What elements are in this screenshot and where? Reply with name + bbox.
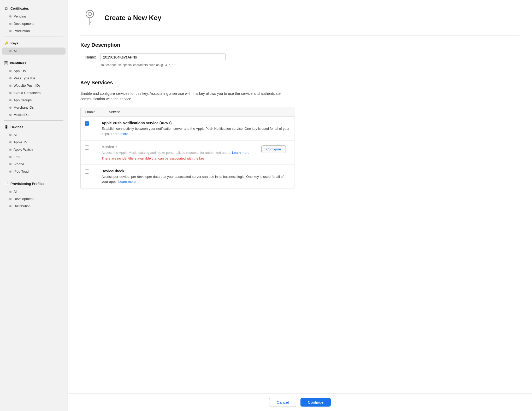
key-icon-container bbox=[80, 8, 99, 27]
sidebar-item-devices-all[interactable]: All bbox=[2, 131, 66, 138]
sidebar-section-header-keys: 🔑 Keys bbox=[0, 39, 68, 47]
page-header: Create a New Key bbox=[80, 8, 519, 27]
musickit-action-col: Configure bbox=[261, 145, 290, 153]
sidebar-item-merchant-ids[interactable]: Merchant IDs bbox=[2, 104, 66, 111]
cancel-button[interactable]: Cancel bbox=[269, 398, 297, 407]
key-description-heading: Key Description bbox=[80, 42, 519, 48]
sidebar-item-iphone[interactable]: iPhone bbox=[2, 161, 66, 168]
devicecheck-checkbox[interactable] bbox=[85, 169, 89, 174]
sidebar-item-pass-type-ids[interactable]: Pass Type IDs bbox=[2, 75, 66, 82]
name-hint: You cannot use special characters such a… bbox=[100, 63, 519, 67]
divider-2 bbox=[4, 57, 63, 57]
dot-icon bbox=[9, 23, 11, 25]
musickit-learn-more-link[interactable]: Learn more bbox=[232, 151, 249, 155]
sidebar-section-label-provisioning: Provisioning Profiles bbox=[10, 182, 44, 186]
devicecheck-learn-more-link[interactable]: Learn more bbox=[118, 180, 135, 184]
dot-icon bbox=[9, 107, 11, 109]
services-description: Enable and configure services for this k… bbox=[80, 91, 284, 102]
sidebar-item-label-pending: Pending bbox=[14, 14, 26, 18]
sidebar-item-label-provisioning-dev: Development bbox=[14, 197, 34, 201]
apns-checkbox[interactable] bbox=[85, 121, 89, 126]
sidebar-section-label-devices: Devices bbox=[10, 125, 23, 129]
sidebar-item-app-groups[interactable]: App Groups bbox=[2, 97, 66, 104]
sidebar-item-ipad[interactable]: iPad bbox=[2, 153, 66, 160]
dot-icon bbox=[9, 50, 11, 52]
musickit-name: MusicKit bbox=[102, 145, 255, 149]
sidebar-section-header-certificates: ◻ Certificates bbox=[0, 4, 68, 13]
footer-bar: Cancel Continue bbox=[68, 393, 532, 411]
devicecheck-description: Access per-device, per-developer data th… bbox=[102, 174, 290, 184]
sidebar-item-label-provisioning-all: All bbox=[14, 190, 17, 193]
sidebar-item-label-ipad: iPad bbox=[14, 155, 20, 159]
apns-description: Establish connectivity between your noti… bbox=[102, 126, 290, 136]
sidebar-item-provisioning-development[interactable]: Development bbox=[2, 195, 66, 202]
main-content: Create a New Key Key Description Name: Y… bbox=[68, 0, 532, 411]
sidebar-item-icloud-containers[interactable]: iCloud Containers bbox=[2, 89, 66, 96]
musickit-info: MusicKit Access the Apple Music catalog … bbox=[102, 145, 255, 160]
sidebar-item-website-push-ids[interactable]: Website Push IDs bbox=[2, 82, 66, 89]
dot-icon bbox=[9, 70, 11, 72]
sidebar-item-label-prod-cert: Production bbox=[14, 29, 30, 33]
sidebar-item-label-dev-cert: Development bbox=[14, 22, 34, 26]
sidebar-item-provisioning-all[interactable]: All bbox=[2, 188, 66, 195]
devices-icon: 📱 bbox=[4, 125, 8, 129]
provisioning-icon: 📄 bbox=[4, 181, 8, 186]
musickit-description: Access the Apple Music catalog and make … bbox=[102, 150, 255, 155]
sidebar-item-apple-watch[interactable]: Apple Watch bbox=[2, 146, 66, 153]
dot-icon bbox=[9, 114, 11, 116]
sidebar-item-music-ids[interactable]: Music IDs bbox=[2, 111, 66, 118]
sidebar-section-header-devices: 📱 Devices bbox=[0, 123, 68, 131]
sidebar-item-development-cert[interactable]: Development bbox=[2, 20, 66, 27]
musickit-checkbox-col bbox=[85, 145, 95, 150]
identifiers-icon: ID bbox=[4, 61, 8, 65]
dot-icon bbox=[9, 156, 11, 158]
services-table: Enable Service Apple Push Notifications … bbox=[80, 107, 294, 189]
key-services-heading: Key Services bbox=[80, 80, 519, 86]
service-row-musickit: MusicKit Access the Apple Music catalog … bbox=[81, 141, 294, 165]
sidebar-item-label-devices-all: All bbox=[14, 133, 17, 137]
dot-icon bbox=[9, 205, 11, 207]
devicecheck-info: DeviceCheck Access per-device, per-devel… bbox=[102, 169, 290, 184]
apns-name: Apple Push Notifications service (APNs) bbox=[102, 121, 290, 125]
service-row-devicecheck: DeviceCheck Access per-device, per-devel… bbox=[81, 165, 294, 189]
sidebar-item-ipod-touch[interactable]: iPod Touch bbox=[2, 168, 66, 175]
devicecheck-name: DeviceCheck bbox=[102, 169, 290, 173]
sidebar-item-label-apple-watch: Apple Watch bbox=[14, 148, 33, 151]
sidebar-section-identifiers: ID Identifiers App IDs Pass Type IDs Web… bbox=[0, 59, 68, 118]
name-label: Name: bbox=[80, 55, 96, 59]
devicecheck-checkbox-col bbox=[85, 169, 95, 174]
key-large-icon bbox=[81, 9, 98, 26]
key-name-input[interactable] bbox=[100, 53, 226, 61]
dot-icon bbox=[9, 92, 11, 94]
sidebar-section-certificates: ◻ Certificates Pending Development Produ… bbox=[0, 4, 68, 34]
apns-learn-more-link[interactable]: Learn more bbox=[111, 132, 128, 136]
divider-4 bbox=[4, 177, 63, 177]
enable-column-header: Enable bbox=[85, 110, 101, 114]
sidebar-item-label-apple-tv: Apple TV bbox=[14, 140, 27, 144]
sidebar-item-production-cert[interactable]: Production bbox=[2, 27, 66, 34]
dot-icon bbox=[9, 30, 11, 32]
dot-icon bbox=[9, 134, 11, 136]
sidebar-section-header-provisioning: 📄 Provisioning Profiles bbox=[0, 179, 68, 188]
key-section-icon: 🔑 bbox=[4, 41, 8, 45]
sidebar-item-label-merchant-ids: Merchant IDs bbox=[14, 105, 34, 109]
name-form-row: Name: bbox=[80, 53, 519, 61]
sidebar-item-app-ids[interactable]: App IDs bbox=[2, 67, 66, 74]
sidebar-item-label-app-groups: App Groups bbox=[14, 98, 32, 102]
dot-icon bbox=[9, 15, 11, 17]
dot-icon bbox=[9, 198, 11, 200]
sidebar-item-apple-tv[interactable]: Apple TV bbox=[2, 139, 66, 146]
divider-1 bbox=[4, 37, 63, 37]
dot-icon bbox=[9, 191, 11, 193]
apns-checkbox-col bbox=[85, 121, 95, 126]
sidebar-item-pending[interactable]: Pending bbox=[2, 13, 66, 20]
musickit-checkbox[interactable] bbox=[85, 145, 89, 150]
sidebar-item-keys-all[interactable]: All bbox=[2, 48, 66, 55]
sidebar-item-label-iphone: iPhone bbox=[14, 162, 24, 166]
sidebar: ◻ Certificates Pending Development Produ… bbox=[0, 0, 68, 411]
sidebar-item-provisioning-distribution[interactable]: Distribution bbox=[2, 203, 66, 210]
musickit-configure-button[interactable]: Configure bbox=[261, 145, 286, 153]
sidebar-item-label-website-push-ids: Website Push IDs bbox=[14, 84, 40, 87]
continue-button[interactable]: Continue bbox=[300, 398, 331, 407]
sidebar-section-label-keys: Keys bbox=[10, 41, 19, 45]
